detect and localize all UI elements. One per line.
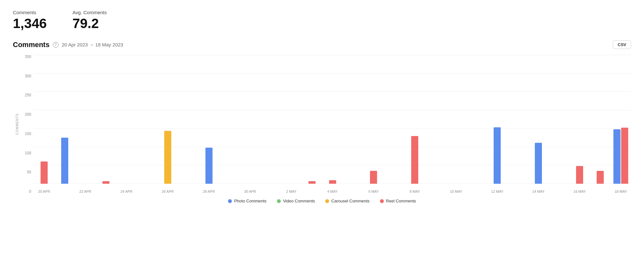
x-axis-label xyxy=(260,190,281,193)
x-axis-label xyxy=(425,190,446,193)
legend-dot xyxy=(325,199,329,203)
legend-label: Reel Comments xyxy=(386,199,416,203)
x-axis-label xyxy=(54,190,75,193)
x-axis-label: 8 MAY xyxy=(404,190,425,193)
bar-group xyxy=(322,180,343,184)
x-axis-label: 20 APR xyxy=(34,190,54,193)
bar-yellow xyxy=(164,131,171,184)
avg-label: Avg. Comments xyxy=(72,10,107,15)
bar-group xyxy=(528,143,549,184)
y-axis-title: COMMENTS xyxy=(15,113,19,135)
bar-group xyxy=(487,127,507,184)
x-axis: 20 APR22 APR24 APR26 APR28 APR30 APR2 MA… xyxy=(34,190,631,193)
bars-area: 20 APR22 APR24 APR26 APR28 APR30 APR2 MA… xyxy=(34,55,631,193)
y-axis-label: 350 xyxy=(25,55,31,59)
x-axis-label: 16 MAY xyxy=(569,190,590,193)
x-axis-label: 24 APR xyxy=(116,190,137,193)
csv-button[interactable]: CSV xyxy=(613,40,631,49)
bar-group xyxy=(302,181,322,184)
bar-group xyxy=(199,148,219,184)
bar-red xyxy=(308,181,316,184)
help-icon[interactable]: ? xyxy=(53,42,59,48)
comments-value: 1,346 xyxy=(13,16,47,31)
x-axis-label xyxy=(219,190,240,193)
bar-red xyxy=(102,181,109,184)
bar-blue xyxy=(494,127,501,184)
x-axis-label: 28 APR xyxy=(199,190,219,193)
x-axis-label: 2 MAY xyxy=(281,190,302,193)
y-axis-label: 250 xyxy=(25,93,31,97)
chart-title-area: Comments ? 20 Apr 2023 → 18 May 2023 xyxy=(13,41,123,49)
y-axis-label: 300 xyxy=(25,74,31,78)
chart-container: COMMENTS 350300250200150100500 20 APR22 … xyxy=(13,55,631,210)
x-axis-label xyxy=(178,190,199,193)
x-axis-label xyxy=(590,190,611,193)
x-axis-label: 6 MAY xyxy=(364,190,384,193)
chart-header: Comments ? 20 Apr 2023 → 18 May 2023 CSV xyxy=(13,40,631,49)
legend-label: Video Comments xyxy=(283,199,315,203)
y-axis-label: 100 xyxy=(25,151,31,155)
bar-red xyxy=(597,171,604,184)
legend-item: Reel Comments xyxy=(380,199,416,203)
legend-item: Photo Comments xyxy=(228,199,266,203)
y-axis-label: 150 xyxy=(25,132,31,136)
x-axis-label: 12 MAY xyxy=(487,190,507,193)
comments-label: Comments xyxy=(13,10,47,15)
x-axis-label xyxy=(466,190,487,193)
date-range: 20 Apr 2023 → 18 May 2023 xyxy=(62,42,123,47)
avg-value: 79.2 xyxy=(72,16,107,31)
x-axis-label: 26 APR xyxy=(157,190,178,193)
legend: Photo CommentsVideo CommentsCarousel Com… xyxy=(13,199,631,203)
x-axis-label xyxy=(549,190,569,193)
y-axis: 350300250200150100500 xyxy=(19,55,34,193)
bar-red xyxy=(41,161,48,184)
x-axis-label: 18 MAY xyxy=(611,190,631,193)
x-axis-label: 30 APR xyxy=(240,190,260,193)
legend-dot xyxy=(228,199,232,203)
bar-group xyxy=(157,131,178,184)
bar-blue xyxy=(205,148,213,184)
bar-red xyxy=(576,166,583,184)
bar-group xyxy=(96,181,116,184)
bar-red xyxy=(621,128,628,184)
y-axis-label: 0 xyxy=(29,190,31,193)
x-axis-label: 14 MAY xyxy=(528,190,549,193)
bar-group xyxy=(34,161,54,184)
legend-item: Carousel Comments xyxy=(325,199,370,203)
bar-group xyxy=(364,171,384,184)
bar-blue xyxy=(613,129,620,184)
x-axis-label: 10 MAY xyxy=(446,190,466,193)
bar-group xyxy=(569,166,590,184)
x-axis-label: 4 MAY xyxy=(322,190,343,193)
bar-red xyxy=(370,171,377,184)
legend-dot xyxy=(277,199,281,203)
bar-group xyxy=(611,128,631,184)
chart-title: Comments xyxy=(13,41,50,49)
x-axis-label xyxy=(384,190,404,193)
bar-blue xyxy=(535,143,542,184)
bar-red xyxy=(411,136,418,184)
legend-label: Photo Comments xyxy=(234,199,266,203)
x-axis-label xyxy=(302,190,322,193)
avg-comments-stat: Avg. Comments 79.2 xyxy=(72,10,107,31)
x-axis-label: 22 APR xyxy=(75,190,96,193)
stats-row: Comments 1,346 Avg. Comments 79.2 xyxy=(13,10,631,31)
bar-blue xyxy=(61,138,68,184)
legend-item: Video Comments xyxy=(277,199,315,203)
y-axis-label: 200 xyxy=(25,112,31,116)
comments-stat: Comments 1,346 xyxy=(13,10,47,31)
legend-label: Carousel Comments xyxy=(331,199,370,203)
bar-red xyxy=(329,180,336,184)
x-axis-label xyxy=(137,190,157,193)
x-axis-label xyxy=(507,190,528,193)
x-axis-label xyxy=(343,190,364,193)
y-axis-label: 50 xyxy=(27,170,31,174)
bar-group xyxy=(590,171,611,184)
bar-group xyxy=(54,138,75,184)
x-axis-label xyxy=(96,190,116,193)
legend-dot xyxy=(380,199,384,203)
bar-group xyxy=(404,136,425,184)
bars-row xyxy=(34,55,631,184)
